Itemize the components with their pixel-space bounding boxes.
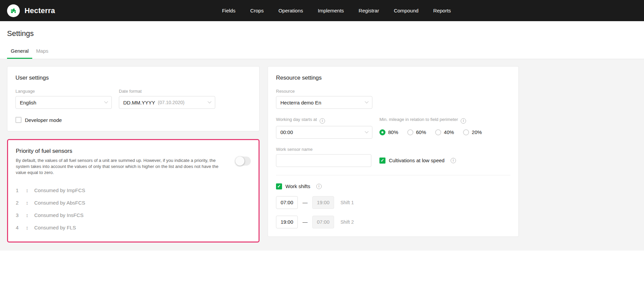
resource-value: Hecterra demo En bbox=[280, 100, 321, 105]
work-shifts-checkbox[interactable]: Work shifts i bbox=[276, 183, 510, 189]
date-format-field: Date format DD.MM.YYYY (07.10.2020) bbox=[119, 89, 215, 109]
left-column: User settings Language English Date form… bbox=[7, 66, 260, 243]
resource-select[interactable]: Hecterra demo En bbox=[276, 96, 372, 109]
fuel-priority-title: Priority of fuel sensors bbox=[16, 148, 226, 155]
right-column: Resource settings Resource Hecterra demo… bbox=[268, 66, 519, 237]
user-settings-fields: Language English Date format DD.MM.YYYY … bbox=[15, 89, 251, 109]
tabs-bar: General Maps bbox=[0, 44, 644, 59]
fuel-sensor-label: Consumed by InsFCS bbox=[34, 212, 84, 218]
workday-mileage-row: Working day starts ati 00:00 Min. mileag… bbox=[276, 117, 510, 139]
resource-settings-card: Resource settings Resource Hecterra demo… bbox=[268, 66, 519, 237]
priority-order: 2 bbox=[16, 200, 26, 206]
chevron-down-icon bbox=[104, 100, 108, 103]
fuel-priority-toggle[interactable] bbox=[235, 157, 251, 166]
date-format-select[interactable]: DD.MM.YYYY (07.10.2020) bbox=[119, 96, 215, 109]
nav-operations[interactable]: Operations bbox=[278, 8, 303, 13]
working-day-label: Working day starts ati bbox=[276, 117, 379, 124]
fuel-priority-text: Priority of fuel sensors By default, the… bbox=[16, 148, 226, 176]
resource-label: Resource bbox=[276, 89, 510, 94]
user-settings-card: User settings Language English Date form… bbox=[7, 66, 260, 131]
work-shifts-label: Work shifts bbox=[285, 183, 310, 189]
nav-crops[interactable]: Crops bbox=[250, 8, 264, 13]
mileage-label: Min. mileage in relation to field perime… bbox=[379, 117, 510, 124]
shift-2-row: — Shift 2 bbox=[276, 216, 510, 228]
shift-name-label: Shift 1 bbox=[340, 200, 354, 205]
tab-maps[interactable]: Maps bbox=[32, 44, 52, 59]
sensor-cultivations-row: Work sensor name Cultivations at low spe… bbox=[276, 147, 510, 167]
nav-fields[interactable]: Fields bbox=[222, 8, 235, 13]
date-format-label: Date format bbox=[119, 89, 215, 94]
language-field: Language English bbox=[15, 89, 112, 109]
fuel-priority-head: Priority of fuel sensors By default, the… bbox=[16, 148, 251, 176]
working-day-select[interactable]: 00:00 bbox=[276, 126, 372, 139]
fuel-sensor-label: Consumed by ImpFCS bbox=[34, 187, 85, 193]
shift2-end-input bbox=[312, 216, 334, 228]
divider bbox=[276, 175, 510, 175]
language-select[interactable]: English bbox=[15, 96, 112, 109]
date-format-hint: (07.10.2020) bbox=[158, 100, 184, 105]
shift-1-row: — Shift 1 bbox=[276, 196, 510, 209]
radio-label: 80% bbox=[388, 129, 398, 135]
date-format-value: DD.MM.YYYY bbox=[123, 100, 155, 105]
language-value: English bbox=[20, 100, 36, 105]
nav-implements[interactable]: Implements bbox=[318, 8, 344, 13]
brand: Hecterra bbox=[7, 4, 55, 17]
cultivations-field: Cultivations at low speed i bbox=[379, 147, 510, 167]
radio-mileage-80[interactable]: 80% bbox=[379, 129, 398, 135]
nav-reports[interactable]: Reports bbox=[433, 8, 451, 13]
drag-handle-icon[interactable]: ↕ bbox=[26, 187, 34, 193]
working-day-field: Working day starts ati 00:00 bbox=[276, 117, 379, 139]
user-settings-title: User settings bbox=[15, 75, 251, 81]
info-icon[interactable]: i bbox=[320, 118, 325, 124]
list-item: 4 ↕ Consumed by FLS bbox=[16, 221, 251, 234]
hecterra-logo-icon bbox=[7, 4, 20, 17]
page-header: Settings bbox=[0, 21, 644, 44]
priority-order: 4 bbox=[16, 225, 26, 230]
settings-content: User settings Language English Date form… bbox=[0, 59, 644, 251]
fuel-sensor-label: Consumed by FLS bbox=[34, 225, 76, 230]
shift-name-label: Shift 2 bbox=[340, 219, 354, 225]
tab-general[interactable]: General bbox=[7, 44, 32, 59]
work-sensor-field: Work sensor name bbox=[276, 147, 379, 167]
cultivations-label: Cultivations at low speed bbox=[389, 158, 445, 163]
drag-handle-icon[interactable]: ↕ bbox=[26, 225, 34, 230]
brand-name: Hecterra bbox=[25, 6, 55, 15]
chevron-down-icon bbox=[365, 100, 368, 103]
list-item: 1 ↕ Consumed by ImpFCS bbox=[16, 184, 251, 196]
radio-unselected-icon bbox=[407, 129, 413, 135]
shift1-start-input[interactable] bbox=[276, 196, 298, 209]
resource-settings-title: Resource settings bbox=[276, 75, 510, 81]
chevron-down-icon bbox=[208, 100, 211, 103]
fuel-priority-description: By default, the values of all fuel senso… bbox=[16, 158, 226, 176]
drag-handle-icon[interactable]: ↕ bbox=[26, 212, 34, 218]
developer-mode-label: Developer mode bbox=[25, 117, 62, 123]
work-sensor-label: Work sensor name bbox=[276, 147, 379, 152]
priority-order: 3 bbox=[16, 212, 26, 218]
info-icon[interactable]: i bbox=[316, 184, 322, 189]
dash-separator: — bbox=[303, 219, 308, 225]
nav-registrar[interactable]: Registrar bbox=[359, 8, 379, 13]
chevron-down-icon bbox=[365, 129, 368, 133]
radio-mileage-20[interactable]: 20% bbox=[463, 129, 482, 135]
drag-handle-icon[interactable]: ↕ bbox=[26, 200, 34, 206]
work-sensor-name-input[interactable] bbox=[276, 154, 371, 167]
fuel-priority-card: Priority of fuel sensors By default, the… bbox=[7, 139, 260, 243]
info-icon[interactable]: i bbox=[451, 158, 456, 163]
dash-separator: — bbox=[303, 200, 308, 205]
radio-mileage-40[interactable]: 40% bbox=[435, 129, 454, 135]
list-item: 2 ↕ Consumed by AbsFCS bbox=[16, 196, 251, 209]
working-day-value: 00:00 bbox=[280, 129, 293, 135]
fuel-sensor-priority-list: 1 ↕ Consumed by ImpFCS 2 ↕ Consumed by A… bbox=[16, 184, 251, 234]
radio-mileage-60[interactable]: 60% bbox=[407, 129, 426, 135]
top-nav-bar: Hecterra Fields Crops Operations Impleme… bbox=[0, 0, 644, 21]
developer-mode-checkbox[interactable]: Developer mode bbox=[15, 117, 251, 123]
shift1-end-input bbox=[312, 196, 334, 209]
list-item: 3 ↕ Consumed by InsFCS bbox=[16, 209, 251, 221]
main-nav: Fields Crops Operations Implements Regis… bbox=[222, 8, 451, 13]
info-icon[interactable]: i bbox=[461, 118, 466, 124]
cultivations-checkbox[interactable]: Cultivations at low speed i bbox=[379, 158, 456, 164]
shift2-start-input[interactable] bbox=[276, 216, 298, 228]
nav-compound[interactable]: Compound bbox=[394, 8, 418, 13]
radio-label: 20% bbox=[472, 129, 482, 135]
priority-order: 1 bbox=[16, 187, 26, 193]
